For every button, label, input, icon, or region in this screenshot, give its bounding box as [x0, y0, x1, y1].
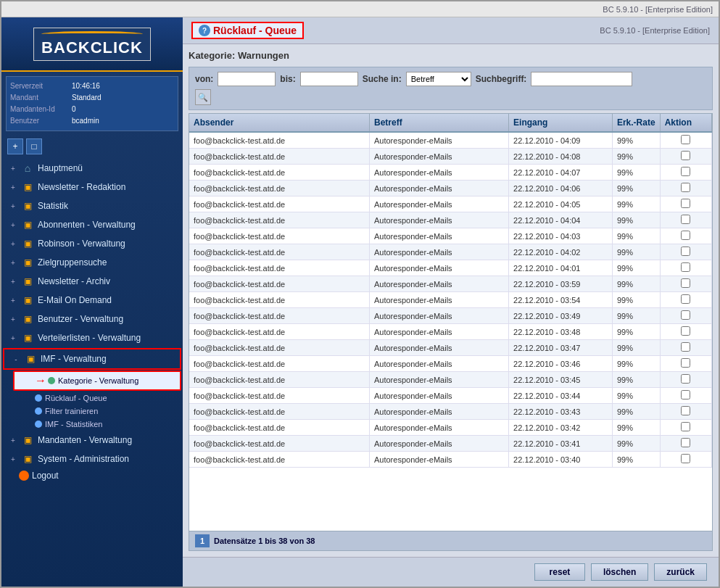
- table-row: foo@backclick-test.atd.deAutoresponder-e…: [189, 420, 712, 436]
- cell-betreff: Autoresponder-eMails: [369, 372, 508, 388]
- filter-search-button[interactable]: 🔍: [195, 89, 211, 105]
- table-wrapper[interactable]: Absender Betreff Eingang Erk.-Rate Aktio…: [189, 114, 712, 531]
- content-area: Kategorie: Warnungen von: bis: Suche in:…: [183, 44, 719, 557]
- aktion-checkbox[interactable]: [681, 374, 690, 384]
- aktion-checkbox[interactable]: [681, 422, 690, 431]
- aktion-checkbox[interactable]: [681, 135, 690, 144]
- cell-absender: foo@backclick-test.atd.de: [189, 260, 369, 276]
- sidebar-item-hauptmenu[interactable]: + Hauptmenü: [1, 159, 183, 178]
- folder-icon: ▣: [20, 236, 35, 251]
- cell-betreff: Autoresponder-eMails: [369, 388, 508, 404]
- cell-absender: foo@backclick-test.atd.de: [189, 404, 369, 420]
- loschen-button[interactable]: löschen: [591, 563, 648, 581]
- zuruck-button[interactable]: zurück: [654, 563, 707, 581]
- aktion-checkbox[interactable]: [681, 183, 690, 192]
- aktion-checkbox[interactable]: [681, 215, 690, 224]
- server-info-row-time: Serverzeit 10:46:16: [10, 80, 174, 92]
- aktion-checkbox[interactable]: [681, 231, 690, 240]
- mandant-value: Standard: [72, 92, 102, 104]
- table-row: foo@backclick-test.atd.deAutoresponder-e…: [189, 149, 712, 165]
- folder-icon: ▣: [20, 274, 35, 289]
- sidebar-item-kategorie-verwaltung[interactable]: → Kategorie - Verwaltung: [13, 370, 181, 391]
- sidebar-item-email-on-demand[interactable]: + ▣ E-Mail On Demand: [1, 291, 183, 310]
- aktion-checkbox[interactable]: [681, 326, 690, 336]
- sidebar-item-zielgruppensuche[interactable]: + ▣ Zielgruppensuche: [1, 253, 183, 272]
- sidebar-item-verteilerlisten-verwaltung[interactable]: + ▣ Verteilerlisten - Verwaltung: [1, 328, 183, 347]
- aktion-checkbox[interactable]: [681, 262, 690, 272]
- sidebar-item-abonnenten-verwaltung[interactable]: + ▣ Abonnenten - Verwaltung: [1, 215, 183, 234]
- expand-icon: +: [7, 294, 19, 306]
- sidebar-view-button[interactable]: □: [26, 138, 42, 154]
- aktion-checkbox[interactable]: [681, 358, 690, 368]
- cell-eingang: 22.12.2010 - 04:01: [509, 260, 613, 276]
- logo-arc: [41, 31, 143, 37]
- right-panel: ? Rücklauf - Queue BC 5.9.10 - [Enterpri…: [183, 17, 719, 587]
- sidebar-add-button[interactable]: +: [7, 138, 23, 154]
- aktion-checkbox[interactable]: [681, 294, 690, 304]
- info-icon[interactable]: ?: [199, 25, 210, 36]
- sidebar-item-system-administration[interactable]: + ▣ System - Administration: [1, 450, 183, 468]
- folder-icon: ▣: [20, 331, 35, 345]
- table-row: foo@backclick-test.atd.deAutoresponder-e…: [189, 276, 712, 292]
- cell-eingang: 22.12.2010 - 04:03: [509, 228, 613, 244]
- kategorie-label: Kategorie:: [189, 50, 235, 61]
- cell-aktion: [660, 181, 711, 196]
- sidebar-item-imf-verwaltung[interactable]: - ▣ IMF - Verwaltung: [3, 348, 181, 370]
- sidebar-item-rucklauf-queue[interactable]: Rücklauf - Queue: [1, 392, 183, 405]
- folder-icon: ▣: [23, 352, 38, 366]
- page-title: Rücklauf - Queue: [213, 25, 297, 36]
- circle-icon: [35, 421, 42, 428]
- sidebar-item-mandanten-verwaltung[interactable]: + ▣ Mandanten - Verwaltung: [1, 431, 183, 450]
- mandanten-id-label: Mandanten-Id: [10, 104, 72, 115]
- sidebar-item-newsletter-redaktion[interactable]: + ▣ Newsletter - Redaktion: [1, 178, 183, 196]
- aktion-checkbox[interactable]: [681, 151, 690, 160]
- cell-betreff: Autoresponder-eMails: [369, 260, 508, 276]
- cell-absender: foo@backclick-test.atd.de: [189, 324, 369, 340]
- suchbegriff-label: Suchbegriff:: [476, 74, 527, 84]
- bis-input[interactable]: [300, 72, 358, 86]
- aktion-checkbox[interactable]: [681, 454, 690, 463]
- von-input[interactable]: [218, 72, 276, 86]
- version-label: BC 5.9.10 - [Enterprise Edition]: [600, 26, 710, 35]
- page-title-box: ? Rücklauf - Queue: [191, 22, 304, 39]
- suchbegriff-input[interactable]: [531, 72, 632, 86]
- cell-betreff: Autoresponder-eMails: [369, 244, 508, 260]
- cell-erk-rate: 99%: [612, 436, 660, 452]
- filter-bar: von: bis: Suche in: Betreff Absender Ein…: [189, 67, 713, 110]
- sidebar-item-label: Statistik: [38, 201, 68, 211]
- sidebar-item-robinson-verwaltung[interactable]: + ▣ Robinson - Verwaltung: [1, 234, 183, 253]
- cell-eingang: 22.12.2010 - 04:08: [509, 149, 613, 165]
- aktion-checkbox[interactable]: [681, 199, 690, 208]
- aktion-checkbox[interactable]: [681, 247, 690, 256]
- sidebar-item-newsletter-archiv[interactable]: + ▣ Newsletter - Archiv: [1, 272, 183, 291]
- sidebar-nav: + Hauptmenü + ▣ Newsletter - Redaktion +…: [1, 157, 183, 587]
- page-number[interactable]: 1: [195, 534, 210, 547]
- col-betreff: Betreff: [369, 114, 508, 132]
- sidebar-item-logout[interactable]: Logout: [1, 468, 183, 483]
- aktion-checkbox[interactable]: [681, 406, 690, 415]
- sidebar-item-label: Benutzer - Verwaltung: [38, 314, 123, 324]
- cell-eingang: 22.12.2010 - 03:43: [509, 404, 613, 420]
- sidebar-item-label: Newsletter - Redaktion: [38, 182, 125, 192]
- sidebar-item-benutzer-verwaltung[interactable]: + ▣ Benutzer - Verwaltung: [1, 310, 183, 328]
- reset-button[interactable]: reset: [534, 563, 585, 581]
- aktion-checkbox[interactable]: [681, 167, 690, 176]
- aktion-checkbox[interactable]: [681, 278, 690, 288]
- cell-erk-rate: 99%: [612, 228, 660, 244]
- cell-betreff: Autoresponder-eMails: [369, 228, 508, 244]
- sidebar-item-imf-statistiken[interactable]: IMF - Statistiken: [1, 418, 183, 431]
- cell-absender: foo@backclick-test.atd.de: [189, 244, 369, 260]
- aktion-checkbox[interactable]: [681, 342, 690, 352]
- cell-erk-rate: 99%: [612, 244, 660, 260]
- aktion-checkbox[interactable]: [681, 390, 690, 399]
- cell-betreff: Autoresponder-eMails: [369, 356, 508, 372]
- folder-icon: ▣: [20, 180, 35, 194]
- suche-in-select[interactable]: Betreff Absender Eingang: [406, 72, 471, 86]
- col-absender: Absender: [189, 114, 369, 132]
- aktion-checkbox[interactable]: [681, 310, 690, 320]
- sidebar-item-statistik[interactable]: + ▣ Statistik: [1, 196, 183, 215]
- aktion-checkbox[interactable]: [681, 438, 690, 447]
- cell-absender: foo@backclick-test.atd.de: [189, 228, 369, 244]
- cell-eingang: 22.12.2010 - 03:54: [509, 292, 613, 308]
- sidebar-item-filter-trainieren[interactable]: Filter trainieren: [1, 405, 183, 418]
